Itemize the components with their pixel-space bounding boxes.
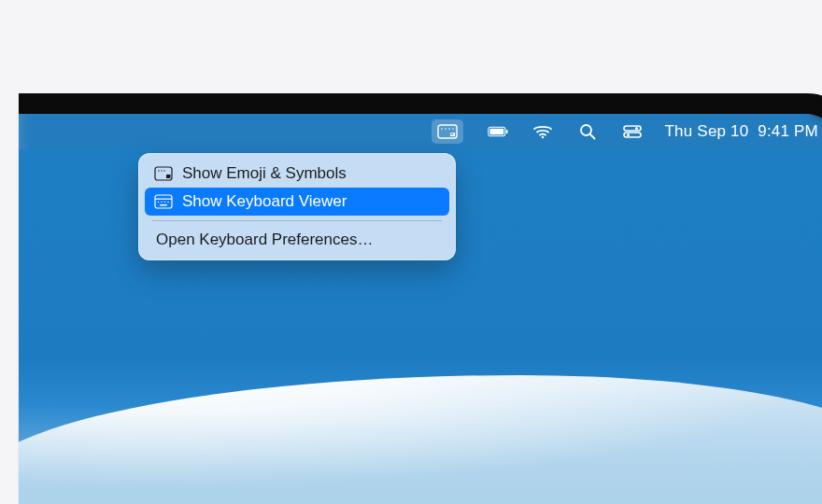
svg-text:⌘: ⌘ <box>450 132 454 136</box>
svg-point-19 <box>161 170 162 171</box>
svg-point-18 <box>158 170 159 171</box>
svg-rect-28 <box>160 204 167 206</box>
menu-item-label: Show Emoji & Symbols <box>182 164 347 183</box>
menu-item-emoji[interactable]: Show Emoji & Symbols <box>145 160 449 188</box>
svg-point-3 <box>448 128 450 130</box>
svg-rect-8 <box>489 129 503 134</box>
svg-point-16 <box>626 133 629 136</box>
svg-point-1 <box>441 128 443 130</box>
svg-rect-15 <box>624 133 641 137</box>
svg-line-12 <box>590 134 595 139</box>
input-menu-dropdown: Show Emoji & Symbols Show Keyboard Viewe… <box>138 153 456 260</box>
svg-point-4 <box>452 128 454 130</box>
svg-point-26 <box>164 202 165 203</box>
device-frame: ⌘ <box>19 93 822 504</box>
keyboard-viewer-icon <box>154 193 173 210</box>
menu-bar: ⌘ <box>19 114 822 149</box>
menu-item-label: Show Keyboard Viewer <box>182 192 347 211</box>
wifi-icon[interactable] <box>532 121 553 142</box>
desktop: ⌘ <box>19 114 822 504</box>
svg-point-24 <box>158 202 159 203</box>
svg-point-27 <box>167 202 168 203</box>
svg-rect-22 <box>155 195 172 208</box>
svg-point-11 <box>581 125 591 135</box>
svg-point-14 <box>634 127 637 130</box>
character-viewer-icon <box>154 165 173 182</box>
svg-point-2 <box>445 128 446 130</box>
svg-rect-13 <box>624 126 641 131</box>
search-icon[interactable] <box>577 121 598 142</box>
control-center-icon[interactable] <box>622 121 643 142</box>
menu-separator <box>152 220 442 221</box>
svg-point-25 <box>161 202 162 203</box>
battery-icon[interactable] <box>488 121 508 142</box>
wallpaper <box>19 375 822 504</box>
menu-item-keyboard-viewer[interactable]: Show Keyboard Viewer <box>145 188 449 216</box>
menu-item-label: Open Keyboard Preferences… <box>156 231 373 249</box>
svg-point-20 <box>163 170 164 171</box>
input-menu-icon[interactable]: ⌘ <box>432 119 463 144</box>
status-icons-group: ⌘ <box>432 119 643 144</box>
menubar-clock[interactable]: Thu Sep 10 9:41 PM <box>661 122 818 141</box>
svg-rect-21 <box>166 175 171 178</box>
menu-item-keyboard-preferences[interactable]: Open Keyboard Preferences… <box>145 226 449 254</box>
svg-rect-9 <box>505 130 507 133</box>
svg-point-10 <box>541 136 544 139</box>
